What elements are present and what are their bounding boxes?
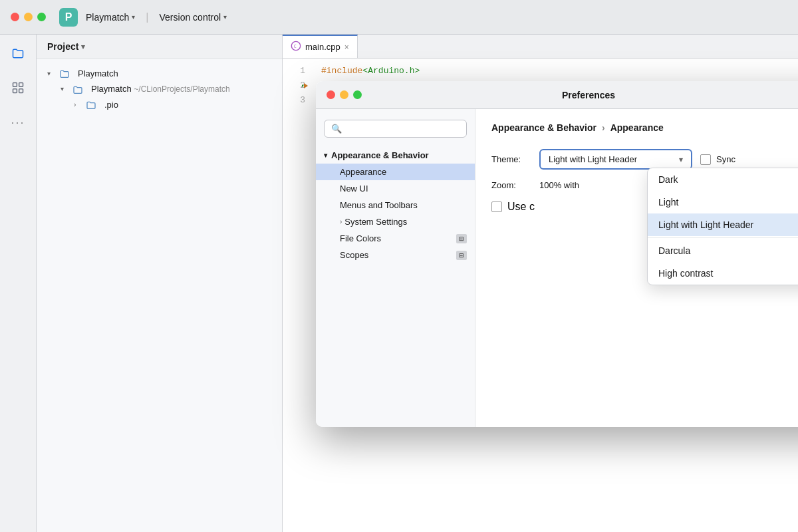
sidebar-item-folder[interactable] — [7, 43, 29, 64]
modal-close-button[interactable] — [327, 90, 335, 99]
theme-dropdown[interactable]: Light with Light Header ▾ — [539, 149, 692, 170]
new-ui-label: New UI — [340, 184, 368, 194]
tab-main-cpp[interactable]: C main.cpp × — [283, 35, 358, 58]
app-chevron-icon: ▾ — [132, 13, 135, 21]
dropdown-divider — [648, 237, 798, 238]
dropdown-option-light[interactable]: Light — [648, 191, 798, 213]
list-item[interactable]: › .pio — [37, 97, 282, 112]
search-icon: 🔍 — [331, 124, 342, 134]
sidebar-icons: ··· — [0, 35, 37, 532]
sidebar-item-menus-toolbars[interactable]: Menus and Toolbars — [316, 197, 475, 213]
badge-icon: ⊟ — [456, 251, 467, 260]
tab-filename: main.cpp — [305, 42, 340, 52]
editor-tabs: C main.cpp × — [283, 35, 798, 59]
appearance-label: Appearance — [340, 167, 386, 177]
folder-icon — [72, 83, 87, 94]
minimize-button[interactable] — [24, 13, 33, 21]
sidebar-item-plugins[interactable] — [7, 77, 29, 98]
project-panel-header: Project ▾ — [37, 35, 282, 59]
project-panel: Project ▾ ▾ Playmatch ▾ — [37, 35, 283, 532]
search-input[interactable] — [346, 124, 460, 134]
scopes-label: Scopes — [340, 250, 368, 260]
svg-rect-1 — [19, 83, 23, 87]
sidebar-item-more[interactable]: ··· — [7, 112, 29, 133]
modal-minimize-button[interactable] — [340, 90, 348, 99]
svg-rect-3 — [19, 89, 23, 93]
list-item[interactable]: ▾ Playmatch — [37, 66, 282, 81]
use-label: Use c — [507, 201, 535, 213]
vc-chevron-icon: ▾ — [223, 13, 227, 21]
zoom-label: Zoom: — [491, 180, 531, 190]
breadcrumb-child: Appearance — [610, 122, 664, 133]
app-icon: P — [59, 8, 78, 27]
sync-checkbox[interactable]: Sync — [700, 154, 735, 165]
sidebar-item-system-settings[interactable]: › System Settings — [316, 213, 475, 230]
tree-item-label: Playmatch — [78, 68, 118, 78]
project-panel-title[interactable]: Project ▾ — [47, 41, 85, 52]
close-button[interactable] — [11, 13, 19, 21]
sidebar-item-new-ui[interactable]: New UI — [316, 180, 475, 197]
theme-dropdown-list: Dark Light Light with Light Header Darcu… — [647, 168, 798, 285]
cpp-file-icon: C — [291, 41, 301, 53]
badge-icon: ⊟ — [456, 234, 467, 243]
maximize-button[interactable] — [37, 13, 46, 21]
svg-rect-0 — [13, 83, 17, 87]
project-tree: ▾ Playmatch ▾ Playmatch ~/CLionProjects/… — [37, 59, 282, 532]
theme-selected-value: Light with Light Header — [549, 154, 637, 164]
zoom-value: 100% with — [539, 180, 579, 190]
theme-setting-row: Theme: Light with Light Header ▾ Sync — [491, 149, 798, 170]
sync-label: Sync — [716, 154, 735, 164]
option-label: Light — [658, 197, 678, 207]
breadcrumb: Appearance & Behavior › Appearance — [491, 122, 798, 133]
line-number: 1 — [283, 64, 305, 78]
breadcrumb-parent: Appearance & Behavior — [491, 122, 597, 133]
option-label: Darcula — [658, 245, 690, 256]
tab-close-icon[interactable]: × — [344, 43, 349, 52]
modal-titlebar: Preferences — [316, 81, 798, 109]
collapse-arrow-icon: ▾ — [47, 70, 57, 77]
project-label: Project — [47, 41, 78, 52]
modal-maximize-button[interactable] — [353, 90, 362, 99]
project-chevron-icon: ▾ — [81, 43, 85, 51]
search-box[interactable]: 🔍 — [324, 120, 467, 138]
folder-icon — [59, 68, 74, 79]
svg-rect-2 — [13, 89, 17, 93]
svg-text:C: C — [294, 44, 297, 49]
main-layout: ··· Project ▾ ▾ Playmatch ▾ — [0, 35, 798, 532]
folder-icon — [86, 99, 100, 110]
app-name-label: Playmatch — [86, 12, 129, 23]
tree-item-label: Playmatch ~/CLionProjects/Playmatch — [91, 84, 230, 94]
sidebar-item-scopes[interactable]: Scopes ⊟ — [316, 247, 475, 263]
use-checkbox-input[interactable] — [491, 201, 502, 212]
option-label: Dark — [658, 174, 678, 185]
section-label: Appearance & Behavior — [331, 150, 429, 160]
dropdown-option-high-contrast[interactable]: High contrast — [648, 262, 798, 285]
expand-arrow-icon: › — [74, 101, 83, 108]
dropdown-option-darcula[interactable]: Darcula — [648, 239, 798, 262]
collapse-arrow-icon: ▾ — [61, 85, 70, 92]
preferences-modal: Preferences 🔍 ▾ Appearance & Behavior — [316, 81, 798, 427]
breadcrumb-separator-icon: › — [602, 122, 605, 133]
list-item[interactable]: ▾ Playmatch ~/CLionProjects/Playmatch — [37, 81, 282, 96]
appearance-section-header[interactable]: ▾ Appearance & Behavior — [316, 147, 475, 164]
modal-traffic-lights — [327, 90, 362, 99]
title-separator: | — [146, 11, 148, 23]
expand-icon: › — [340, 218, 342, 225]
modal-body: 🔍 ▾ Appearance & Behavior Appearance New… — [316, 109, 798, 427]
sidebar-item-appearance[interactable]: Appearance — [316, 164, 475, 180]
file-colors-label: File Colors — [340, 233, 381, 243]
tree-item-label: .pio — [104, 100, 118, 110]
editor-area: C main.cpp × 1 2 3 #include <Arduino.h> … — [283, 35, 798, 532]
sidebar-item-file-colors[interactable]: File Colors ⊟ — [316, 230, 475, 247]
dropdown-chevron-icon: ▾ — [679, 155, 683, 164]
dropdown-option-dark[interactable]: Dark — [648, 168, 798, 191]
appearance-section: ▾ Appearance & Behavior Appearance New U… — [316, 146, 475, 265]
title-bar: P Playmatch ▾ | Version control ▾ — [0, 0, 798, 35]
dropdown-option-light-with-light-header[interactable]: Light with Light Header — [648, 213, 798, 236]
line-numbers: 1 2 3 — [283, 64, 316, 527]
app-name[interactable]: Playmatch ▾ — [86, 12, 135, 23]
sync-checkbox-input[interactable] — [700, 154, 711, 165]
version-control[interactable]: Version control ▾ — [160, 12, 227, 23]
option-label: Light with Light Header — [658, 219, 753, 230]
option-label: High contrast — [658, 268, 713, 279]
